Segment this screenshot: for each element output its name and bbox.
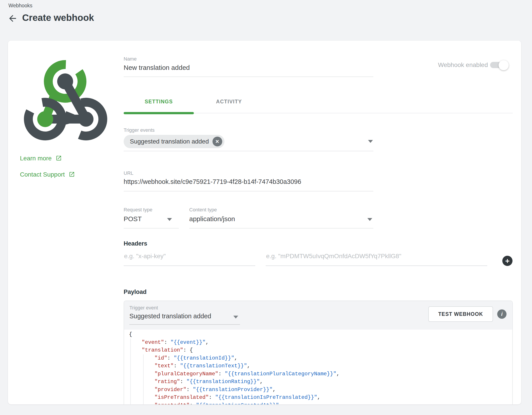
content-type-underline [189, 228, 373, 228]
trigger-event-select[interactable]: Suggested translation added [129, 313, 211, 320]
create-webhook-screen: Webhooks Create webhook Learn more [0, 0, 532, 415]
header-value-underline [266, 266, 487, 266]
name-input[interactable]: New translation added [124, 64, 190, 71]
code-line: "provider": "{{translationProvider}}", [129, 386, 512, 394]
code-line: "isPreTranslated": "{{translationIsPreTr… [129, 394, 512, 402]
webhook-logo [21, 57, 109, 141]
tab-settings[interactable]: SETTINGS [124, 99, 194, 105]
chip-remove-icon[interactable]: × [212, 137, 222, 146]
url-underline [124, 191, 373, 191]
url-input[interactable]: https://webhook.site/c9e75921-7719-4f28-… [124, 178, 301, 185]
chevron-down-icon[interactable] [367, 218, 372, 221]
back-button[interactable] [8, 13, 19, 24]
code-line: "translation": { [129, 346, 512, 354]
tab-active-indicator [124, 112, 194, 114]
page-title: Create webhook [22, 12, 94, 23]
code-line: "id": "{{translationId}}", [129, 354, 512, 362]
header-key-underline [124, 266, 255, 266]
code-line: "createdAt": "{{translationCreatedAt}}", [129, 402, 512, 405]
code-line: { [129, 330, 512, 338]
indent-guide [143, 355, 143, 404]
payload-section-title: Payload [124, 288, 147, 296]
chevron-down-icon[interactable] [368, 140, 373, 143]
name-label: Name [124, 56, 137, 62]
trigger-event-chip[interactable]: Suggested translation added × [124, 135, 224, 148]
tab-activity[interactable]: ACTIVITY [194, 99, 264, 105]
learn-more-label: Learn more [20, 155, 52, 162]
trigger-event-underline [129, 324, 240, 325]
url-label: URL [124, 170, 133, 176]
info-icon[interactable]: i [497, 309, 506, 319]
code-line: "text": "{{translationText}}", [129, 362, 512, 370]
header-value-input[interactable] [266, 251, 488, 262]
request-type-select[interactable]: POST [124, 215, 142, 223]
code-line: "pluralCategoryName": "{{translationPlur… [129, 370, 512, 378]
trigger-events-underline [124, 151, 373, 151]
arrow-left-icon [8, 20, 18, 24]
webhook-enabled-toggle[interactable] [490, 62, 508, 68]
breadcrumb: Webhooks [9, 3, 32, 9]
trigger-events-label: Trigger events [124, 127, 155, 133]
chevron-down-icon[interactable] [233, 316, 238, 318]
chevron-down-icon[interactable] [167, 218, 172, 221]
plus-icon: + [505, 257, 510, 265]
toggle-thumb [499, 60, 509, 70]
webhook-card: Learn more Contact Support Name New tran… [8, 40, 521, 404]
payload-header-panel: Trigger event Suggested translation adde… [124, 301, 512, 330]
headers-section-title: Headers [124, 240, 147, 247]
trigger-event-label: Trigger event [129, 305, 158, 311]
code-line: "rating": "{{translationRating}}", [129, 378, 512, 386]
test-webhook-button[interactable]: TEST WEBHOOK [428, 306, 493, 322]
open-in-new-icon [66, 171, 75, 178]
code-line: "event": "{{event}}", [129, 338, 512, 346]
indent-guide [130, 338, 131, 404]
contact-support-link[interactable]: Contact Support [20, 171, 75, 178]
open-in-new-icon [53, 155, 62, 162]
name-underline [124, 77, 373, 77]
request-type-underline [124, 228, 179, 228]
payload-code-editor[interactable]: { "event": "{{event}}", "translation": {… [124, 330, 512, 404]
request-type-label: Request type [124, 207, 152, 213]
add-header-button[interactable]: + [502, 256, 513, 266]
webhook-enabled-label: Webhook enabled [438, 61, 488, 69]
header-key-input[interactable] [124, 251, 256, 262]
contact-support-label: Contact Support [20, 171, 65, 178]
learn-more-link[interactable]: Learn more [20, 155, 62, 162]
info-glyph: i [501, 311, 503, 317]
payload-block: Trigger event Suggested translation adde… [124, 301, 513, 404]
payload-code-lines: { "event": "{{event}}", "translation": {… [129, 330, 512, 404]
content-type-select[interactable]: application/json [189, 215, 235, 223]
chip-label: Suggested translation added [130, 138, 209, 145]
content-type-label: Content type [189, 207, 217, 213]
